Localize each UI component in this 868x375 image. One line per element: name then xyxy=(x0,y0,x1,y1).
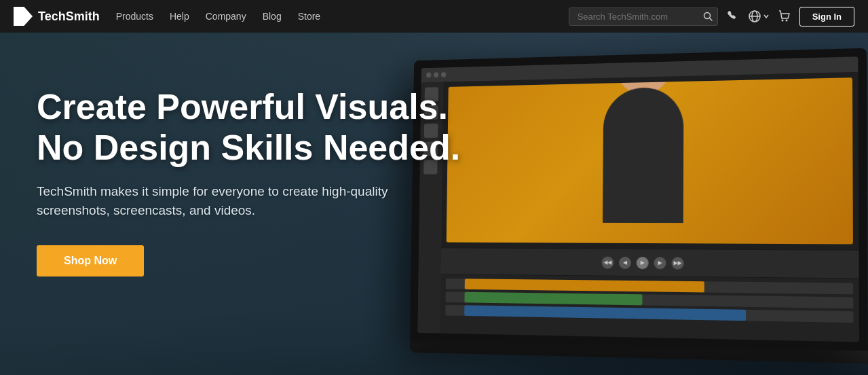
search-icon xyxy=(703,12,713,21)
brand-logo[interactable]: TechSmith xyxy=(14,7,100,26)
nav-right: Sign In xyxy=(569,7,854,26)
search-input[interactable] xyxy=(569,7,718,26)
editor-controls: ◀◀ ◀ ▶ ▶ ▶▶ xyxy=(441,247,859,278)
svg-line-1 xyxy=(709,18,712,21)
timeline-clip-1 xyxy=(465,279,704,292)
globe-icon xyxy=(748,10,761,23)
timeline-area xyxy=(440,274,860,342)
editor-body: ◀◀ ◀ ▶ ▶ ▶▶ xyxy=(417,72,859,342)
timeline-clip-3 xyxy=(464,305,746,321)
video-preview xyxy=(447,77,853,244)
timeline-clip-2 xyxy=(465,292,643,306)
logo-icon xyxy=(14,7,33,26)
ctrl-btn-next: ▶▶ xyxy=(672,257,684,269)
main-nav: TechSmith Products Help Company Blog Sto… xyxy=(0,0,868,33)
search-wrapper xyxy=(569,7,718,26)
laptop-screen-outer: ◀◀ ◀ ▶ ▶ ▶▶ xyxy=(410,48,868,351)
editor-canvas xyxy=(441,72,858,250)
ctrl-btn-play: ▶ xyxy=(637,256,649,268)
shop-now-button[interactable]: Shop Now xyxy=(37,245,144,276)
person-body xyxy=(603,87,683,223)
topbar-dot-1 xyxy=(426,73,431,78)
editor-ui: ◀◀ ◀ ▶ ▶ ▶▶ xyxy=(417,56,859,342)
ctrl-btn-fwd: ▶ xyxy=(654,257,666,269)
hero-headline-line2: No Design Skills Needed. xyxy=(37,128,460,167)
phone-icon xyxy=(726,10,740,23)
cart-icon-btn[interactable] xyxy=(778,10,791,23)
globe-icon-btn[interactable] xyxy=(748,10,770,23)
hero-content: Create Powerful Visuals. No Design Skill… xyxy=(37,87,460,276)
nav-item-blog[interactable]: Blog xyxy=(263,11,282,22)
topbar-dot-2 xyxy=(434,72,438,77)
ctrl-btn-prev: ◀◀ xyxy=(602,256,614,268)
topbar-dot-3 xyxy=(441,72,446,77)
person-silhouette xyxy=(576,77,711,243)
hero-section: ◀◀ ◀ ▶ ▶ ▶▶ xyxy=(0,33,868,375)
chevron-down-icon xyxy=(763,13,770,20)
laptop-mockup: ◀◀ ◀ ▶ ▶ ▶▶ xyxy=(409,47,868,375)
sign-in-button[interactable]: Sign In xyxy=(799,7,854,26)
hero-subtext: TechSmith makes it simple for everyone t… xyxy=(37,182,403,221)
search-button[interactable] xyxy=(703,12,713,21)
svg-point-5 xyxy=(781,20,783,22)
svg-point-6 xyxy=(785,20,787,22)
ctrl-btn-back: ◀ xyxy=(619,256,631,268)
nav-item-products[interactable]: Products xyxy=(116,11,153,22)
phone-icon-btn[interactable] xyxy=(726,10,740,23)
brand-name: TechSmith xyxy=(38,10,100,24)
nav-item-store[interactable]: Store xyxy=(298,11,320,22)
hero-headline-line1: Create Powerful Visuals. xyxy=(37,87,448,126)
editor-main: ◀◀ ◀ ▶ ▶ ▶▶ xyxy=(440,72,860,342)
cart-icon xyxy=(778,10,791,23)
laptop-screen-inner: ◀◀ ◀ ▶ ▶ ▶▶ xyxy=(417,56,859,342)
hero-headline: Create Powerful Visuals. No Design Skill… xyxy=(37,87,460,168)
nav-item-company[interactable]: Company xyxy=(206,11,246,22)
nav-item-help[interactable]: Help xyxy=(170,11,189,22)
nav-links: Products Help Company Blog Store xyxy=(116,11,320,22)
